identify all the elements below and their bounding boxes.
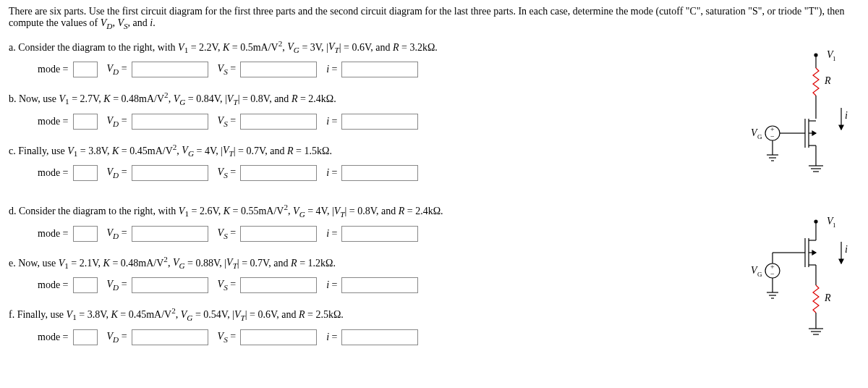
svg-marker-61 [839, 259, 843, 263]
i-label: i = [321, 279, 337, 291]
svg-text:G: G [757, 271, 762, 278]
i-label: i = [321, 64, 337, 75]
mode-label: mode = [38, 332, 69, 343]
vs-input-a[interactable] [240, 62, 317, 77]
vd-input-e[interactable] [132, 277, 208, 293]
svg-text:R: R [824, 292, 831, 303]
vd-input-f[interactable] [132, 329, 208, 345]
svg-text:R: R [824, 75, 831, 86]
i-input-c[interactable] [341, 165, 418, 181]
vs-input-b[interactable] [240, 114, 317, 130]
svg-text:−: − [770, 270, 775, 278]
vd-label: VD = [102, 63, 127, 76]
part-c: c. Finally, use V1 = 3.8V, K = 0.45mA/V2… [9, 143, 744, 181]
i-input-d[interactable] [341, 226, 418, 242]
i-label: i = [321, 228, 337, 240]
i-input-f[interactable] [341, 329, 418, 345]
i-label: i = [321, 167, 337, 179]
i-label: i = [321, 116, 337, 127]
part-e-prompt: e. Now, use V1 = 2.1V, K = 0.48mA/V2, VG… [9, 255, 744, 270]
i-label: i = [321, 332, 337, 343]
vs-label: VS = [213, 166, 237, 180]
vd-label: VD = [102, 166, 127, 180]
svg-text:1: 1 [833, 55, 836, 62]
mode-input-e[interactable] [73, 277, 98, 293]
vs-input-c[interactable] [240, 165, 317, 181]
vs-label: VS = [213, 331, 237, 344]
circuit-diagram-2: V1 R + − [744, 213, 852, 350]
vs-label: VS = [213, 227, 237, 240]
svg-text:G: G [757, 133, 762, 140]
svg-text:i: i [845, 244, 848, 255]
part-f: f. Finally, use V1 = 3.8V, K = 0.45mA/V2… [9, 306, 744, 345]
part-f-prompt: f. Finally, use V1 = 3.8V, K = 0.45mA/V2… [9, 306, 744, 321]
mode-label: mode = [38, 64, 69, 75]
svg-marker-39 [812, 250, 816, 255]
svg-text:1: 1 [833, 222, 836, 229]
svg-marker-11 [812, 131, 816, 135]
part-d-prompt: d. Consider the diagram to the right, wi… [9, 203, 744, 218]
part-c-prompt: c. Finally, use V1 = 3.8V, K = 0.45mA/V2… [9, 143, 744, 158]
mode-input-c[interactable] [73, 165, 98, 181]
part-e: e. Now, use V1 = 2.1V, K = 0.48mA/V2, VG… [9, 255, 744, 293]
svg-marker-29 [839, 125, 843, 130]
vd-label: VD = [102, 331, 127, 344]
vs-label: VS = [213, 63, 237, 76]
mode-input-f[interactable] [73, 329, 98, 345]
i-input-a[interactable] [341, 62, 418, 77]
svg-text:i: i [845, 110, 848, 121]
vs-input-f[interactable] [240, 329, 317, 345]
part-d: d. Consider the diagram to the right, wi… [9, 203, 744, 241]
vd-input-c[interactable] [132, 165, 208, 181]
mode-input-d[interactable] [73, 226, 98, 242]
vd-input-d[interactable] [132, 226, 208, 242]
mode-input-a[interactable] [73, 62, 98, 77]
i-input-b[interactable] [341, 114, 418, 130]
mode-label: mode = [38, 167, 69, 179]
vs-label: VS = [213, 115, 237, 128]
circuit-diagram-1: V1 R [744, 46, 852, 184]
svg-text:−: − [770, 132, 775, 140]
vs-label: VS = [213, 279, 237, 292]
vd-label: VD = [102, 279, 127, 292]
intro-text: There are six parts. Use the first circu… [9, 6, 859, 30]
mode-label: mode = [38, 228, 69, 240]
vd-input-a[interactable] [132, 62, 208, 77]
mode-label: mode = [38, 116, 69, 127]
part-a: a. Consider the diagram to the right, wi… [9, 39, 744, 77]
part-b: b. Now, use V1 = 2.7V, K = 0.48mA/V2, VG… [9, 90, 744, 129]
vs-input-d[interactable] [240, 226, 317, 242]
vd-input-b[interactable] [132, 114, 208, 130]
part-b-prompt: b. Now, use V1 = 2.7V, K = 0.48mA/V2, VG… [9, 90, 744, 106]
vd-label: VD = [102, 115, 127, 128]
part-a-prompt: a. Consider the diagram to the right, wi… [9, 39, 744, 54]
mode-label: mode = [38, 279, 69, 291]
vs-input-e[interactable] [240, 277, 317, 293]
i-input-e[interactable] [341, 277, 418, 293]
vd-label: VD = [102, 227, 127, 240]
mode-input-b[interactable] [73, 114, 98, 130]
